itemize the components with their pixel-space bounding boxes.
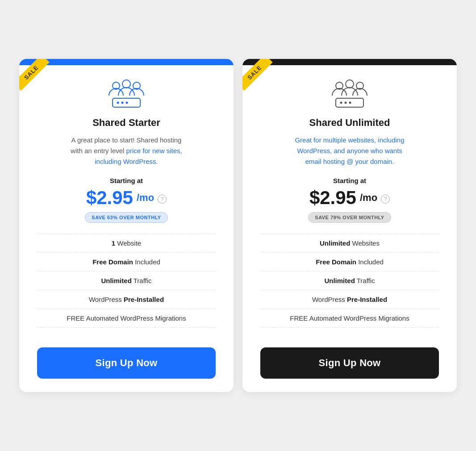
svg-point-2 bbox=[122, 80, 130, 88]
feature-item: Free Domain Included bbox=[37, 253, 216, 271]
feature-item: WordPress Pre-Installed bbox=[260, 290, 439, 309]
feature-item: WordPress Pre-Installed bbox=[37, 290, 216, 309]
plan-name: Shared Starter bbox=[92, 117, 160, 129]
svg-point-12 bbox=[345, 102, 347, 104]
svg-point-5 bbox=[121, 102, 124, 104]
svg-point-11 bbox=[340, 102, 342, 104]
feature-item: Unlimited Traffic bbox=[37, 271, 216, 290]
sale-badge-label: SALE bbox=[19, 59, 50, 91]
save-badge: SAVE 79% OVER MONTHLY bbox=[308, 212, 391, 223]
svg-point-13 bbox=[349, 102, 351, 104]
plan-price: $2.95 bbox=[309, 187, 356, 209]
sale-badge-label: SALE bbox=[242, 59, 273, 91]
card-body: Shared StarterA great place to start! Sh… bbox=[19, 65, 234, 347]
starting-at-label: Starting at bbox=[110, 177, 143, 184]
price-row: $2.95/mo? bbox=[309, 187, 390, 209]
feature-item: FREE Automated WordPress Migrations bbox=[260, 309, 439, 328]
price-period: /mo bbox=[360, 192, 377, 204]
feature-item: Free Domain Included bbox=[260, 253, 439, 271]
price-period: /mo bbox=[137, 192, 154, 204]
feature-item: Unlimited Websites bbox=[260, 234, 439, 253]
save-badge: SAVE 63% OVER MONTHLY bbox=[85, 212, 167, 223]
feature-item: 1 Website bbox=[37, 234, 216, 253]
svg-point-9 bbox=[346, 80, 354, 88]
pricing-cards-container: SALE Shared StarterA great place to star… bbox=[6, 46, 470, 405]
svg-point-4 bbox=[117, 102, 119, 104]
plan-description: Great for multiple websites, includingWo… bbox=[295, 135, 404, 167]
sale-badge: SALE bbox=[242, 59, 283, 99]
features-list: 1 WebsiteFree Domain IncludedUnlimited T… bbox=[37, 234, 216, 328]
price-row: $2.95/mo? bbox=[86, 187, 167, 209]
starting-at-label: Starting at bbox=[333, 177, 366, 184]
pricing-card-shared-unlimited: SALE Shared UnlimitedGreat for multiple … bbox=[242, 59, 457, 392]
plan-icon bbox=[106, 79, 146, 110]
feature-item: Unlimited Traffic bbox=[260, 271, 439, 290]
card-body: Shared UnlimitedGreat for multiple websi… bbox=[242, 65, 457, 347]
svg-point-6 bbox=[126, 102, 128, 104]
price-info-icon[interactable]: ? bbox=[381, 195, 390, 204]
plan-name: Shared Unlimited bbox=[309, 117, 390, 129]
sale-badge: SALE bbox=[19, 59, 59, 99]
price-info-icon[interactable]: ? bbox=[158, 195, 167, 204]
pricing-card-shared-starter: SALE Shared StarterA great place to star… bbox=[19, 59, 234, 392]
plan-icon bbox=[330, 79, 370, 110]
plan-description: A great place to start! Shared hostingwi… bbox=[71, 135, 182, 167]
sign-up-button[interactable]: Sign Up Now bbox=[37, 347, 216, 379]
plan-price: $2.95 bbox=[86, 187, 133, 209]
sign-up-button[interactable]: Sign Up Now bbox=[260, 347, 439, 379]
feature-item: FREE Automated WordPress Migrations bbox=[37, 309, 216, 328]
features-list: Unlimited WebsitesFree Domain IncludedUn… bbox=[260, 234, 439, 328]
